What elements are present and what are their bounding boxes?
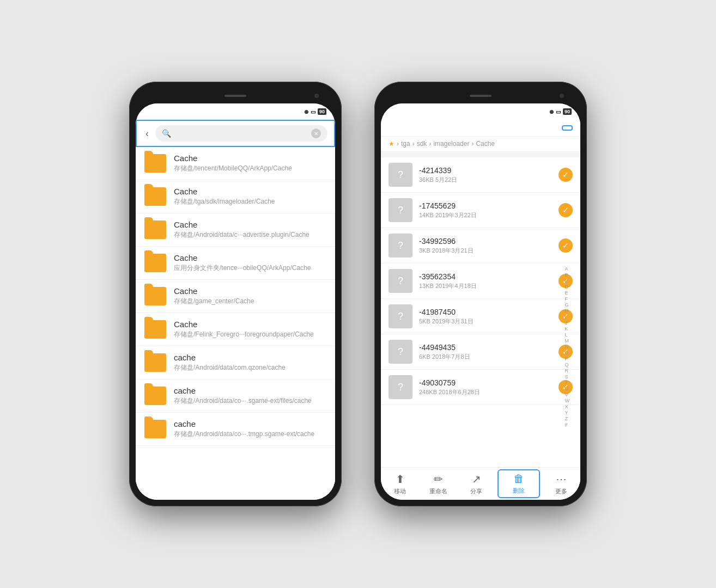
folder-icon	[144, 287, 166, 305]
search-item-info: Cache 存储盘/tga/sdk/imageloader/Cache	[174, 187, 326, 206]
alphabet-letter[interactable]: S	[565, 374, 570, 379]
file-meta: 6KB 2018年7月8日	[419, 353, 552, 361]
file-item[interactable]: ? -4214339 36KB 5月22日 ✓	[381, 157, 580, 193]
alphabet-letter[interactable]: O	[565, 350, 570, 356]
file-item[interactable]: ? -41987450 5KB 2019年3月31日 ✓	[381, 299, 580, 334]
alphabet-letter[interactable]: N	[565, 344, 570, 350]
section-header	[381, 151, 580, 157]
search-item[interactable]: Cache 存储盘/game_center/Cache	[136, 280, 335, 313]
phone-1-top-bar	[136, 88, 335, 103]
file-check-circle[interactable]: ✓	[559, 238, 573, 253]
search-item-name: cache	[174, 386, 326, 395]
search-bar-container[interactable]: ‹ 🔍 ✕	[136, 120, 335, 147]
search-item-name: Cache	[174, 154, 326, 163]
alphabet-letter[interactable]: E	[565, 290, 570, 296]
toolbar-item-更多[interactable]: ⋯ 更多	[542, 473, 580, 495]
file-thumbnail: ?	[389, 198, 412, 222]
search-item[interactable]: cache 存储盘/Android/data/com.qzone/cache	[136, 346, 335, 379]
status-icons-1: ⊛ ▭ 90	[302, 108, 326, 115]
alphabet-letter[interactable]: M	[565, 338, 570, 344]
breadcrumb-item: ›	[429, 140, 431, 148]
breadcrumb-item: sdk	[417, 140, 427, 148]
toolbar-item-重命名[interactable]: ✏ 重命名	[419, 473, 457, 495]
search-item[interactable]: Cache 存储盘/Felink_Foregro···foregroundpap…	[136, 313, 335, 346]
alphabet-letter[interactable]: F	[565, 296, 570, 302]
file-info: -49030759 248KB 2018年6月28日	[419, 378, 552, 396]
back-button[interactable]: ‹	[143, 127, 151, 140]
toolbar-item-分享[interactable]: ↗ 分享	[457, 473, 495, 495]
alphabet-letter[interactable]: B	[565, 272, 570, 278]
file-top-bar	[381, 120, 580, 136]
alphabet-letter[interactable]: Q	[565, 362, 570, 367]
file-meta: 5KB 2019年3月31日	[419, 317, 552, 326]
alphabet-letter[interactable]: V	[565, 392, 570, 397]
alphabet-letter[interactable]: Y	[565, 410, 570, 415]
search-clear-button[interactable]: ✕	[311, 128, 321, 138]
alphabet-letter[interactable]: D	[565, 284, 570, 290]
search-item[interactable]: cache 存储盘/Android/data/co···.sgame-ext/f…	[136, 379, 335, 413]
alphabet-letter[interactable]: Z	[565, 416, 570, 421]
alphabet-letter[interactable]: H	[565, 308, 570, 314]
search-item-name: Cache	[174, 286, 326, 296]
search-item-info: Cache 存储盘/Android/data/c···advertise.plu…	[174, 220, 326, 240]
alphabet-letter[interactable]: K	[565, 326, 570, 332]
file-name: -39562354	[419, 272, 552, 281]
deselect-all-button[interactable]	[562, 125, 573, 131]
file-item[interactable]: ? -17455629 14KB 2019年3月22日 ✓	[381, 193, 580, 228]
alphabet-letter[interactable]: X	[565, 404, 570, 409]
battery-icon-2: ▭	[556, 109, 561, 115]
file-thumbnail: ?	[389, 234, 412, 258]
file-check-circle[interactable]: ✓	[559, 203, 573, 217]
phone-2-speaker	[470, 95, 492, 97]
search-results-list: Cache 存储盘/tencent/MobileQQ/ArkApp/Cache …	[136, 147, 335, 500]
file-check-circle[interactable]: ✓	[559, 168, 573, 182]
search-item-path: 存储盘/tga/sdk/imageloader/Cache	[174, 197, 326, 206]
alphabet-letter[interactable]: #	[565, 422, 570, 427]
search-item[interactable]: cache 存储盘/Android/data/co···.tmgp.sgame-…	[136, 413, 335, 446]
alphabet-letter[interactable]: U	[565, 386, 570, 391]
toolbar-icon-重命名: ✏	[434, 473, 443, 486]
alphabet-letter[interactable]: T	[565, 380, 570, 385]
file-meta: 248KB 2018年6月28日	[419, 388, 552, 396]
alphabet-letter[interactable]: P	[565, 356, 570, 362]
file-info: -39562354 13KB 2019年4月18日	[419, 272, 552, 290]
alphabet-letter[interactable]: C	[565, 278, 570, 284]
alphabet-letter[interactable]: R	[565, 368, 570, 373]
breadcrumb-item: imageloader	[433, 140, 469, 148]
alphabet-letter[interactable]: L	[565, 332, 570, 338]
alphabet-letter[interactable]: A	[565, 266, 570, 272]
toolbar-item-移动[interactable]: ⬆ 移动	[381, 473, 419, 495]
alphabet-letter[interactable]: I	[565, 314, 570, 320]
file-thumbnail: ?	[389, 163, 412, 187]
file-info: -34992596 3KB 2018年3月21日	[419, 237, 552, 255]
search-item-info: Cache 存储盘/game_center/Cache	[174, 286, 326, 306]
search-item-name: Cache	[174, 320, 326, 329]
alphabet-letter[interactable]: J	[565, 320, 570, 326]
search-item[interactable]: Cache 存储盘/tencent/MobileQQ/ArkApp/Cache	[136, 147, 335, 180]
alphabet-letter[interactable]: G	[565, 302, 570, 308]
folder-icon	[144, 320, 166, 339]
bottom-toolbar: ⬆ 移动 ✏ 重命名 ↗ 分享 🗑 删除 ⋯ 更多	[381, 467, 580, 500]
file-item[interactable]: ? -49030759 248KB 2018年6月28日 ✓	[381, 370, 580, 405]
toolbar-label-重命名: 重命名	[429, 487, 447, 495]
toolbar-label-删除: 删除	[513, 487, 525, 495]
alphabet-letter[interactable]: W	[565, 398, 570, 403]
file-item[interactable]: ? -44949435 6KB 2018年7月8日 ✓	[381, 334, 580, 370]
search-item-path: 存储盘/tencent/MobileQQ/ArkApp/Cache	[174, 164, 326, 173]
battery-icon-1: ▭	[311, 109, 315, 115]
wifi-icon-1: ⊛	[304, 109, 308, 115]
search-item-info: Cache 应用分身文件夹/tence···obileQQ/ArkApp/Cac…	[174, 253, 326, 273]
folder-icon	[144, 353, 166, 372]
toolbar-icon-移动: ⬆	[396, 473, 405, 486]
alphabet-sidebar[interactable]: ABCDEFGHIJKLMNOPQRSTUVWXYZ#	[565, 266, 570, 427]
folder-icon	[144, 254, 166, 272]
file-item[interactable]: ? -39562354 13KB 2019年4月18日 ✓	[381, 264, 580, 299]
toolbar-item-删除[interactable]: 🗑 删除	[497, 469, 540, 498]
search-item-info: cache 存储盘/Android/data/com.qzone/cache	[174, 353, 326, 372]
search-item-info: Cache 存储盘/Felink_Foregro···foregroundpap…	[174, 320, 326, 339]
file-item[interactable]: ? -34992596 3KB 2018年3月21日 ✓	[381, 228, 580, 264]
file-info: -4214339 36KB 5月22日	[419, 166, 552, 184]
search-item[interactable]: Cache 存储盘/tga/sdk/imageloader/Cache	[136, 180, 335, 213]
search-item[interactable]: Cache 应用分身文件夹/tence···obileQQ/ArkApp/Cac…	[136, 247, 335, 280]
search-item[interactable]: Cache 存储盘/Android/data/c···advertise.plu…	[136, 213, 335, 247]
